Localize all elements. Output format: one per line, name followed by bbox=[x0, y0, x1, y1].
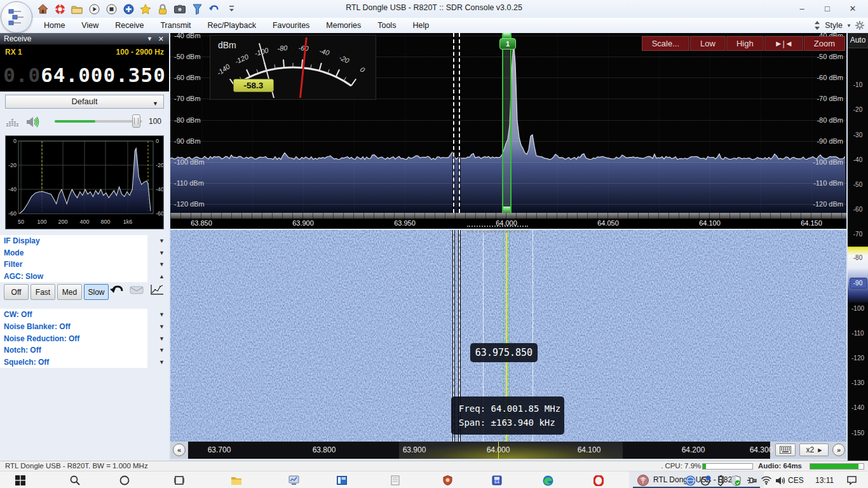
profile-select[interactable]: Default ▼ bbox=[5, 95, 164, 109]
toggle-row-noise-blanker[interactable]: Noise Blanker: Off▼ bbox=[0, 321, 147, 333]
memory-store-icon[interactable] bbox=[130, 285, 144, 295]
close-button[interactable]: ✕ bbox=[840, 0, 865, 17]
style-dropdown-icon[interactable]: ▼ bbox=[846, 23, 851, 29]
waterfall-drag-handle[interactable] bbox=[467, 231, 528, 233]
update-clock-icon[interactable] bbox=[699, 474, 712, 487]
file-explorer-icon[interactable] bbox=[230, 474, 243, 487]
section-row-agc[interactable]: AGC: Slow▲ bbox=[0, 271, 147, 283]
power-plug-icon[interactable] bbox=[745, 474, 757, 487]
toggle-expand-icon[interactable]: ▼ bbox=[159, 347, 165, 353]
agc-button-med[interactable]: Med bbox=[57, 284, 82, 300]
opera-icon[interactable] bbox=[592, 474, 605, 487]
receive-panel-header[interactable]: Receive ▼ ✕ bbox=[0, 33, 169, 44]
toolbar-overflow-icon[interactable] bbox=[226, 3, 237, 15]
rx-marker-badge[interactable]: 1 bbox=[499, 38, 516, 50]
start-icon[interactable] bbox=[14, 474, 27, 487]
section-row-if-display[interactable]: IF Display▼ bbox=[0, 235, 147, 247]
selection-edge-line-right[interactable] bbox=[459, 33, 460, 213]
play-icon[interactable] bbox=[88, 3, 100, 15]
band-scroll-right-button[interactable]: » bbox=[832, 444, 845, 456]
network-app-icon[interactable] bbox=[684, 474, 696, 487]
section-expand-icon[interactable]: ▲ bbox=[159, 273, 165, 280]
band-zoom-button[interactable]: x2▶ bbox=[799, 444, 829, 456]
toggle-row-cw[interactable]: CW: Off▼ bbox=[0, 309, 147, 321]
frequency-display[interactable]: RX 1 100 - 2900 Hz 0.064.000.350 bbox=[0, 44, 169, 92]
app-menu-button[interactable] bbox=[1, 1, 32, 33]
agc-button-slow[interactable]: Slow bbox=[84, 284, 109, 300]
search-icon[interactable] bbox=[69, 474, 81, 487]
favourite-star-icon[interactable] bbox=[140, 3, 151, 15]
notepad-icon[interactable] bbox=[389, 474, 402, 487]
agc-button-off[interactable]: Off bbox=[4, 284, 29, 300]
notification-icon[interactable] bbox=[845, 474, 858, 487]
toggle-row-noise-reduction[interactable]: Noise Reduction: Off▼ bbox=[0, 333, 147, 345]
folder-icon[interactable] bbox=[71, 3, 83, 15]
band-navigation-bar[interactable]: 63.70063.80063.90064.00064.10064.20064.3… bbox=[170, 442, 846, 459]
tray-language[interactable]: CES bbox=[788, 476, 804, 485]
wifi-icon[interactable] bbox=[760, 474, 773, 487]
home-icon[interactable] bbox=[37, 3, 48, 15]
agc-button-fast[interactable]: Fast bbox=[31, 284, 55, 300]
lock-icon[interactable] bbox=[157, 3, 168, 15]
spectrum-button-high[interactable]: High bbox=[726, 36, 764, 51]
undo-icon[interactable] bbox=[208, 3, 220, 15]
frequency-ruler[interactable]: 63.85063.90063.95064.00064.05064.10064.1… bbox=[170, 213, 846, 229]
toggle-expand-icon[interactable]: ▼ bbox=[159, 311, 165, 318]
section-expand-icon[interactable]: ▼ bbox=[159, 238, 165, 244]
scale-auto-button[interactable]: Auto bbox=[848, 33, 868, 48]
menu-item-transmit[interactable]: Transmit bbox=[152, 18, 199, 33]
toggle-row-notch[interactable]: Notch: Off▼ bbox=[0, 344, 147, 356]
camera-icon[interactable] bbox=[174, 3, 186, 15]
usb-eject-icon[interactable] bbox=[714, 474, 727, 487]
waterfall-display[interactable]: 63.975.850 Freq: 64.001.85 MHz Span: ±16… bbox=[170, 230, 846, 442]
style-toggle-icon[interactable] bbox=[813, 21, 821, 30]
ruler-tick-bar[interactable] bbox=[170, 213, 846, 219]
spectrum-button-low[interactable]: Low bbox=[690, 36, 726, 51]
toggle-row-squelch[interactable]: Squelch: Off▼ bbox=[0, 356, 147, 369]
style-menu[interactable]: Style bbox=[825, 21, 843, 30]
control-panel-icon[interactable] bbox=[336, 474, 348, 487]
cortana-icon[interactable] bbox=[118, 474, 131, 487]
waterfall-scale[interactable]: Auto -10-20-30-40-50-60-70-80-90-100-110… bbox=[848, 33, 868, 461]
toggle-expand-icon[interactable]: ▼ bbox=[159, 323, 165, 330]
frequency-keyboard-button[interactable] bbox=[775, 444, 796, 456]
band-scroll-left-button[interactable]: « bbox=[173, 444, 186, 456]
maximize-button[interactable]: □ bbox=[815, 0, 840, 17]
settings-gear-icon[interactable] bbox=[855, 21, 864, 30]
panel-close-icon[interactable]: ✕ bbox=[158, 33, 164, 44]
lifebuoy-icon[interactable] bbox=[54, 3, 65, 15]
toggle-expand-icon[interactable]: ▼ bbox=[159, 359, 165, 365]
ruler-drag-handle[interactable] bbox=[467, 226, 528, 227]
section-row-filter[interactable]: Filter▼ bbox=[0, 259, 147, 271]
stop-icon[interactable] bbox=[105, 3, 117, 15]
spectrum-button-scale-[interactable]: Scale... bbox=[642, 36, 689, 51]
minimize-button[interactable]: – bbox=[789, 0, 815, 17]
add-icon[interactable] bbox=[123, 3, 134, 15]
menu-item-tools[interactable]: Tools bbox=[369, 18, 404, 33]
section-row-mode[interactable]: Mode▼ bbox=[0, 247, 147, 259]
rf-spectrum-display[interactable]: -40 dBm-40 dBm-50 dBm-50 dBm-60 dBm-60 d… bbox=[170, 33, 846, 213]
defender-shield-icon[interactable] bbox=[729, 474, 742, 487]
menu-item-memories[interactable]: Memories bbox=[318, 18, 369, 33]
undo-action-icon[interactable] bbox=[109, 284, 125, 297]
spectrum-button--[interactable]: ►|◄ bbox=[764, 36, 803, 51]
filter-funnel-icon[interactable] bbox=[191, 3, 203, 15]
menu-item-rec-playback[interactable]: Rec/Playback bbox=[200, 18, 264, 33]
section-expand-icon[interactable]: ▼ bbox=[159, 250, 165, 256]
toggle-expand-icon[interactable]: ▼ bbox=[159, 336, 165, 342]
volume-slider-track[interactable] bbox=[55, 120, 142, 123]
edge-icon[interactable] bbox=[541, 474, 554, 487]
menu-item-view[interactable]: View bbox=[73, 18, 107, 33]
tuning-marker-band[interactable] bbox=[502, 33, 512, 213]
tray-clock[interactable]: 13:11 bbox=[815, 476, 834, 485]
panel-dropdown-icon[interactable]: ▼ bbox=[147, 33, 153, 44]
menu-item-receive[interactable]: Receive bbox=[107, 18, 152, 33]
system-monitor-icon[interactable] bbox=[287, 474, 300, 487]
menu-item-home[interactable]: Home bbox=[36, 18, 73, 33]
speaker-mute-icon[interactable] bbox=[25, 115, 41, 129]
speaker-icon[interactable] bbox=[774, 474, 787, 487]
selection-edge-line-left[interactable] bbox=[453, 33, 454, 213]
equalizer-icon[interactable] bbox=[6, 116, 20, 128]
task-view-icon[interactable] bbox=[173, 474, 186, 487]
volume-slider-handle[interactable] bbox=[132, 114, 140, 128]
